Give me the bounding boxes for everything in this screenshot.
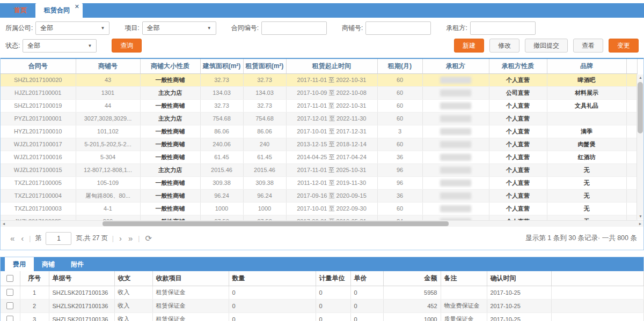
redacted-text	[440, 205, 471, 212]
contract-no-input[interactable]	[261, 21, 327, 35]
cell-price: 0	[350, 299, 383, 312]
column-header-check[interactable]	[1, 271, 20, 286]
status-select[interactable]: 全部 ▼	[23, 39, 97, 53]
cell-contract_no: SHZL2017100020	[1, 73, 76, 86]
column-header-size_type: 商铺大小性质	[140, 59, 200, 73]
new-button[interactable]: 新建	[454, 39, 484, 53]
cell-brand: 无	[547, 163, 626, 176]
filter-area: 所属公司: 全部 ▼ 项目: 全部 ▼ 合同编号: 商铺号: 承租方: 状态: …	[0, 18, 644, 58]
column-header-extra	[626, 59, 637, 73]
close-icon[interactable]: ✕	[75, 4, 79, 10]
table-row[interactable]: 1SHZLSK2017100136收入租赁保证金00059582017-10-2…	[1, 286, 643, 299]
column-header-seq: 序号	[20, 271, 49, 286]
scroll-up-icon[interactable]: ▲	[637, 74, 644, 81]
cell-term: 36	[377, 151, 422, 163]
cell-lessee	[422, 73, 489, 86]
cell-shop_no: 3027,3028,3029...	[76, 112, 140, 125]
scroll-right-icon[interactable]: ►	[637, 221, 643, 227]
column-header-confirm: 确认时间	[487, 271, 551, 286]
table-row[interactable]: 2SHZLSK2017100136收入租赁保证金000452物业费保证金2017…	[1, 299, 643, 312]
tab-attachments[interactable]: 附件	[63, 257, 92, 271]
project-select[interactable]: 全部 ▼	[142, 21, 216, 35]
table-row[interactable]: PYZL20171000013027,3028,3029...主次力店754.6…	[1, 112, 637, 125]
cell-contract_no: JXZL2017100025	[1, 215, 76, 220]
withdraw-submit-button[interactable]: 撤回提交	[525, 39, 568, 53]
table-row[interactable]: HYZL2017100010101,102一般性商铺86.0686.062017…	[1, 125, 637, 138]
cell-doc_no: SHZLSK2017100136	[49, 299, 114, 312]
table-row[interactable]: HJZL20171000011301主次力店134.03134.032017-1…	[1, 86, 637, 99]
cell-remark	[441, 286, 487, 299]
cell-lessee_type: 个人直营	[489, 125, 547, 138]
cell-lease_area: 1000	[243, 202, 286, 215]
refresh-icon[interactable]: ⟳	[145, 234, 152, 243]
cell-extra	[626, 138, 637, 151]
tab-rental-contract[interactable]: 租赁合同 ✕	[35, 3, 83, 18]
scroll-left-icon[interactable]: ◄	[1, 221, 7, 227]
table-row[interactable]: SHZL201710001944一般性商铺32.7332.732017-11-0…	[1, 99, 637, 112]
column-header-unit: 计量单位	[316, 271, 350, 286]
tab-shops[interactable]: 商铺	[34, 257, 63, 271]
search-button[interactable]: 查询	[112, 39, 142, 53]
cell-check[interactable]	[1, 299, 20, 312]
table-row[interactable]: JXZL2017100025200一般性商铺67.5067.502017-06-…	[1, 215, 637, 220]
lessee-input[interactable]	[470, 21, 536, 35]
cell-check[interactable]	[1, 312, 20, 321]
scroll-down-icon[interactable]: ▼	[637, 213, 644, 220]
cell-build_area: 67.50	[200, 215, 243, 220]
last-page-button[interactable]: »	[128, 234, 133, 243]
table-row[interactable]: TXZL20171000034-1一般性商铺100010002017-10-01…	[1, 202, 637, 215]
row-checkbox[interactable]	[6, 289, 13, 296]
table-row[interactable]: TXZL2017100005105-109一般性商铺309.38309.3820…	[1, 176, 637, 189]
vertical-scroll-thumb[interactable]	[638, 82, 643, 133]
table-row[interactable]: WJZL20171000165-304一般性商铺61.4561.452014-0…	[1, 151, 637, 163]
prev-page-button[interactable]: ‹	[21, 234, 24, 243]
divider: |	[138, 235, 140, 242]
cell-filler	[551, 299, 643, 312]
contracts-table: 合同号商铺号商铺大小性质建筑面积(m²)租赁面积(m²)租赁起止时间租期(月)承…	[1, 59, 638, 220]
cell-extra	[626, 99, 637, 112]
next-page-button[interactable]: ›	[119, 234, 122, 243]
cell-contract_no: TXZL2017100003	[1, 202, 76, 215]
cell-unit: 0	[316, 299, 350, 312]
row-checkbox[interactable]	[6, 316, 13, 321]
tab-home[interactable]: 首页	[5, 3, 35, 18]
row-checkbox[interactable]	[6, 302, 13, 309]
cell-period: 2017-09-16 至 2020-09-15	[286, 189, 377, 202]
contract-no-label: 合同编号:	[231, 24, 259, 33]
change-button[interactable]: 变更	[609, 39, 639, 53]
edit-button[interactable]: 修改	[489, 39, 519, 53]
horizontal-scroll-thumb[interactable]	[103, 221, 449, 226]
first-page-button[interactable]: «	[10, 234, 14, 243]
table-row[interactable]: TXZL2017100004屠甸路806、80...一般性商铺96.2496.2…	[1, 189, 637, 202]
cell-contract_no: WJZL2017100016	[1, 151, 76, 163]
cell-price: 0	[350, 286, 383, 299]
page-number-input[interactable]	[46, 232, 71, 245]
cell-term: 60	[377, 112, 422, 125]
cell-build_area: 96.24	[200, 189, 243, 202]
cell-check[interactable]	[1, 286, 20, 299]
cell-lease_area: 61.45	[243, 151, 286, 163]
table-row[interactable]: WJZL20171000175-201,5-202,5-2...一般性商铺240…	[1, 138, 637, 151]
table-row[interactable]: 3SHZLSK2017100136收入租赁保证金0001000质量保证金2017…	[1, 312, 643, 321]
chevron-down-icon: ▼	[87, 43, 92, 48]
table-row[interactable]: SHZL201710002043一般性商铺32.7332.732017-11-0…	[1, 73, 637, 86]
vertical-scrollbar[interactable]: ▲ ▼	[636, 74, 643, 220]
horizontal-scrollbar[interactable]: ◄ ►	[1, 220, 643, 227]
shop-no-input[interactable]	[365, 21, 431, 35]
cell-shop_no: 12-807,12-808,1...	[76, 163, 140, 176]
select-all-checkbox[interactable]	[6, 275, 13, 282]
cell-period: 2017-11-01 至 2025-10-31	[286, 163, 377, 176]
redacted-text	[440, 180, 471, 186]
cell-lessee_type: 个人直营	[489, 176, 547, 189]
column-header-doc_no: 单据号	[49, 271, 114, 286]
tab-fees[interactable]: 费用	[5, 257, 34, 271]
cell-doc_no: SHZLSK2017100136	[49, 286, 114, 299]
cell-period: 2013-12-15 至 2018-12-14	[286, 138, 377, 151]
cell-lessee	[422, 86, 489, 99]
cell-term: 96	[377, 163, 422, 176]
company-select[interactable]: 全部 ▼	[35, 21, 109, 35]
cell-size_type: 一般性商铺	[140, 189, 200, 202]
table-row[interactable]: WJZL201710001512-807,12-808,1...主次力店2015…	[1, 163, 637, 176]
view-button[interactable]: 查看	[573, 39, 603, 53]
cell-seq: 1	[20, 286, 49, 299]
